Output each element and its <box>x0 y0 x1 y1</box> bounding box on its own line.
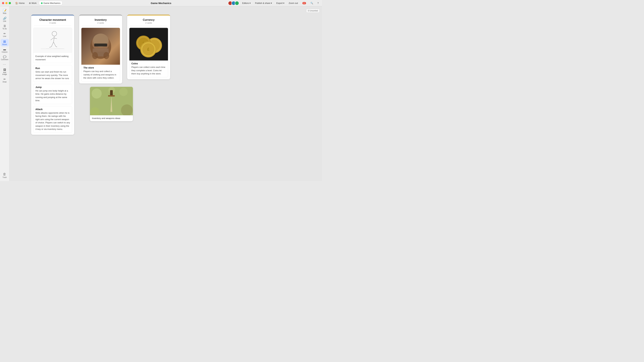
card-attack[interactable]: Attack Siriis attacks opponents when he … <box>33 106 72 133</box>
sidebar-comment-label: Comment <box>1 59 8 60</box>
sidebar-item-column[interactable]: ▬ Column <box>1 47 9 54</box>
connector-lines <box>31 15 319 178</box>
run-description: Siriis can start and finish his run move… <box>36 70 70 80</box>
sidebar-draw-label: Draw <box>3 81 6 83</box>
search-button[interactable]: 🔍 <box>309 1 314 5</box>
inventory-header: Inventory 2 cards <box>79 15 122 25</box>
jump-description: He can jump one body height at a time. H… <box>36 89 70 102</box>
export-button[interactable]: Export ▾ <box>275 1 286 5</box>
notification-count: 21 <box>302 2 306 4</box>
unsorted-badge[interactable]: 0 Unsorted <box>306 9 320 13</box>
maximize-window-button[interactable] <box>9 2 11 4</box>
svg-line-11 <box>49 47 51 47</box>
todo-icon: ☰ <box>4 25 6 27</box>
attack-body: Attack Siriis attacks opponents when he … <box>34 106 72 133</box>
publish-chevron-icon: ▾ <box>271 2 272 4</box>
editors-button[interactable]: Editors ▾ <box>241 1 252 5</box>
sidebar-item-comment[interactable]: 💬 Comment <box>1 55 9 61</box>
svg-line-6 <box>54 36 54 42</box>
editors-label: Editors <box>242 2 249 4</box>
sidebar-item-more[interactable]: ··· <box>1 62 9 67</box>
run-body: Run Siriis can start and finish his run … <box>34 65 72 82</box>
sidebar-addimage-label: Add image <box>2 72 8 75</box>
tab-game-mechanics[interactable]: Game Mechanics <box>39 1 62 5</box>
sidebar-item-draw[interactable]: ✏ Draw <box>1 77 9 84</box>
character-movement-title: Character movement <box>34 18 72 21</box>
column-currency: Currency 2 cards £ <box>127 15 170 79</box>
sidebar-item-todo[interactable]: ☰ To-do <box>1 24 9 31</box>
tab-game-label: Game Mechanics <box>44 2 60 4</box>
sidebar-trash[interactable]: 🗑 Trash <box>1 171 8 179</box>
jump-title: Jump <box>36 86 70 88</box>
more-icon: ··· <box>3 63 6 66</box>
character-movement-count: 4 cards <box>34 22 72 24</box>
sidebar-item-line[interactable]: ✏ Line <box>1 31 9 38</box>
tab-work[interactable]: Work <box>27 1 38 5</box>
work-tab-dot <box>29 2 31 4</box>
tab-bar: 🏠 Home Work Game Mechanics <box>14 1 62 5</box>
home-icon: 🏠 <box>15 2 18 4</box>
unsorted-label: 0 Unsorted <box>308 9 318 12</box>
note-icon: 📝 <box>3 9 6 12</box>
sidebar-line-label: Line <box>3 35 6 37</box>
svg-line-7 <box>51 38 54 40</box>
svg-rect-17 <box>94 43 107 46</box>
board-icon: ⊞ <box>3 40 6 43</box>
person-sketch-svg <box>36 29 70 52</box>
svg-point-5 <box>52 31 57 36</box>
sidebar-item-board[interactable]: ⊞ Board <box>1 39 9 46</box>
coins-body: Coins Players can collect coins each tim… <box>129 60 168 77</box>
sketch-caption-text: Example of slow weighted walking movemen… <box>36 55 68 61</box>
publish-label: Publish & share <box>255 2 270 4</box>
sidebar-item-addimage[interactable]: 🖼 Add image <box>1 68 9 76</box>
floating-inventory-weapons-card[interactable]: Inventory and weapons ideas <box>90 87 133 121</box>
card-jump[interactable]: Jump He can jump one body height at a ti… <box>33 84 72 104</box>
svg-point-36 <box>92 88 102 99</box>
card-coins[interactable]: £ £ £ <box>129 28 168 77</box>
draw-icon: ✏ <box>4 78 6 81</box>
the-store-description: Players can buy and collect a variety of… <box>84 70 118 80</box>
attack-title: Attack <box>36 108 70 111</box>
sidebar-item-note[interactable]: 📝 Note <box>1 8 9 15</box>
help-button[interactable]: ? <box>316 1 320 5</box>
notification-button[interactable]: 21 <box>301 1 308 5</box>
sidebar-board-label: Board <box>2 44 7 45</box>
sidebar-todo-label: To-do <box>2 28 7 30</box>
floating-card-label: Inventory and weapons ideas <box>90 115 133 121</box>
currency-divider <box>130 25 168 26</box>
zoom-label: Zoom out <box>289 2 298 4</box>
sword-image <box>90 87 133 115</box>
svg-line-10 <box>54 42 56 46</box>
minimize-window-button[interactable] <box>5 2 8 4</box>
inventory-count: 2 cards <box>82 22 120 24</box>
sidebar-item-link[interactable]: 🔗 Link <box>1 16 9 23</box>
card-sketch[interactable]: Example of slow weighted walking movemen… <box>33 28 72 63</box>
zoom-out-button[interactable]: Zoom out <box>288 1 299 5</box>
inventory-title: Inventory <box>82 18 120 21</box>
column-icon: ▬ <box>3 48 6 51</box>
card-run[interactable]: Run Siriis can start and finish his run … <box>33 65 72 82</box>
inventory-divider <box>82 25 120 26</box>
floating-card-label-text: Inventory and weapons ideas <box>92 117 120 120</box>
coins-image: £ £ £ <box>129 28 168 60</box>
tab-work-label: Work <box>32 2 36 4</box>
sword-svg <box>90 87 133 115</box>
publish-share-button[interactable]: Publish & share ▾ <box>254 1 273 5</box>
sketch-caption: Example of slow weighted walking movemen… <box>34 53 72 63</box>
export-label: Export <box>276 2 283 4</box>
character-movement-header: Character movement 4 cards <box>31 15 74 25</box>
sidebar: 📝 Note 🔗 Link ☰ To-do ✏ Line ⊞ Board ▬ C… <box>0 6 10 181</box>
canvas[interactable]: 0 Unsorted <box>10 6 322 181</box>
the-store-body: The store Players can buy and collect a … <box>82 65 120 81</box>
link-icon: 🔗 <box>3 17 6 20</box>
currency-count: 2 cards <box>130 22 168 24</box>
svg-line-12 <box>56 46 57 47</box>
card-the-store[interactable]: The store Players can buy and collect a … <box>81 28 120 81</box>
close-window-button[interactable] <box>2 2 4 4</box>
the-store-title: The store <box>84 66 118 69</box>
line-icon: ✏ <box>4 32 6 35</box>
tab-home[interactable]: 🏠 Home <box>14 1 26 5</box>
armor-image <box>82 28 120 65</box>
coins-description: Players can collect coins each time they… <box>132 65 166 75</box>
sidebar-column-label: Column <box>2 51 8 53</box>
